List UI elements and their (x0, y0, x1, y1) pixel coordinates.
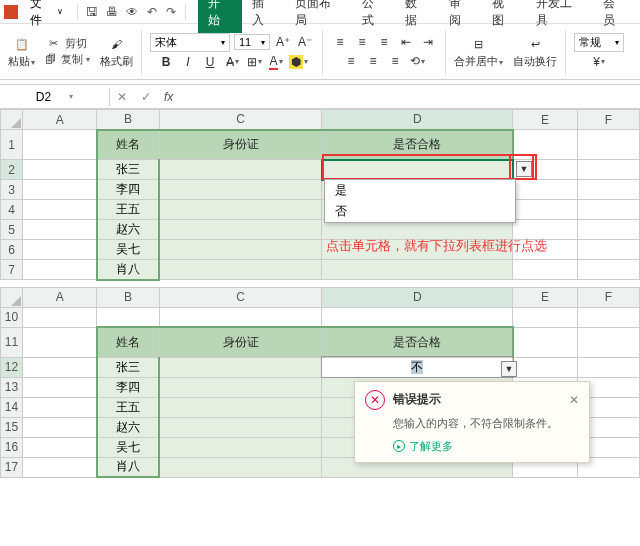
font-name-select[interactable]: 宋体▾ (150, 33, 230, 52)
col-F[interactable]: F (577, 287, 639, 307)
align-left-icon[interactable]: ≡ (342, 52, 360, 70)
error-title: 错误提示 (393, 391, 441, 408)
tab-review[interactable]: 审阅 (439, 0, 482, 33)
paste-button[interactable]: 📋粘贴 (4, 32, 39, 71)
col-E[interactable]: E (513, 110, 577, 130)
error-popup: ✕ 错误提示 ✕ 您输入的内容，不符合限制条件。 ▸了解更多 (354, 381, 590, 463)
confirm-icon[interactable]: ✓ (134, 90, 158, 104)
align-center-icon[interactable]: ≡ (364, 52, 382, 70)
cancel-icon[interactable]: ✕ (110, 90, 134, 104)
italic-button[interactable]: I (179, 53, 197, 71)
learn-more-link[interactable]: ▸了解更多 (365, 439, 579, 454)
col-B[interactable]: B (97, 110, 159, 130)
fx-icon[interactable]: fx (158, 90, 179, 104)
inc-font-icon[interactable]: A⁺ (274, 33, 292, 51)
cell-D2[interactable] (322, 160, 513, 180)
format-painter[interactable]: 🖌格式刷 (96, 32, 137, 71)
close-icon[interactable]: ✕ (569, 393, 579, 407)
ribbon-tabs: 开始 插入 页面布局 公式 数据 审阅 视图 开发工具 会员 (192, 0, 636, 25)
number-format[interactable]: 常规▾ (574, 33, 624, 52)
app-logo (4, 5, 18, 19)
col-D[interactable]: D (322, 287, 513, 307)
col-C[interactable]: C (159, 287, 322, 307)
annotation-1: 点击单元格，就有下拉列表框进行点选 (326, 237, 547, 255)
tab-data[interactable]: 数据 (395, 0, 438, 33)
strike-button[interactable]: A̶ (223, 53, 241, 71)
fill-color-button[interactable]: ⬢ (289, 53, 307, 71)
row-7[interactable]: 7 (1, 260, 23, 280)
border-button[interactable]: ⊞ (245, 53, 263, 71)
tab-insert[interactable]: 插入 (242, 0, 285, 33)
dd-option-yes[interactable]: 是 (325, 180, 515, 201)
formula-bar: D2 ✕ ✓ fx (0, 85, 640, 109)
align-mid-icon[interactable]: ≡ (353, 33, 371, 51)
col-A[interactable]: A (23, 110, 97, 130)
tab-dev[interactable]: 开发工具 (526, 0, 593, 33)
col-E[interactable]: E (513, 287, 577, 307)
indent-inc-icon[interactable]: ⇥ (419, 33, 437, 51)
sheet-view-1: ABCDEF 1姓名身份证是否合格 2张三 3李四 4王五 5赵六 6吴七 7肖… (0, 109, 640, 281)
align-top-icon[interactable]: ≡ (331, 33, 349, 51)
tab-home[interactable]: 开始 (198, 0, 241, 33)
name-box[interactable]: D2 (0, 88, 110, 106)
col-A[interactable]: A (23, 287, 97, 307)
copy-button[interactable]: 🗐复制 (45, 52, 90, 67)
col-D[interactable]: D (322, 110, 513, 130)
col-B[interactable]: B (97, 287, 159, 307)
cut-button[interactable]: ✂剪切 (49, 36, 87, 51)
tab-member[interactable]: 会员 (593, 0, 636, 33)
merge-button[interactable]: ⊟合并居中 (450, 32, 507, 71)
font-color-button[interactable]: A (267, 53, 285, 71)
title-bar: 文件∨ 🖫 🖶 👁 ↶ ↷ 开始 插入 页面布局 公式 数据 审阅 视图 开发工… (0, 0, 640, 24)
print-icon[interactable]: 🖶 (104, 4, 120, 20)
orientation-icon[interactable]: ⟲ (408, 52, 426, 70)
row-1[interactable]: 1 (1, 130, 23, 160)
tab-layout[interactable]: 页面布局 (285, 0, 352, 33)
file-menu[interactable]: 文件∨ (22, 0, 72, 31)
align-bot-icon[interactable]: ≡ (375, 33, 393, 51)
dec-font-icon[interactable]: A⁻ (296, 33, 314, 51)
tab-formula[interactable]: 公式 (352, 0, 395, 33)
row-5[interactable]: 5 (1, 220, 23, 240)
dropdown-button-2[interactable]: ▼ (501, 361, 517, 377)
indent-dec-icon[interactable]: ⇤ (397, 33, 415, 51)
wrap-button[interactable]: ↩自动换行 (509, 32, 561, 71)
sheet-view-2: ABCDEF 10 11姓名身份证是否合格 12张三不 13李四 14王五 15… (0, 287, 640, 479)
dropdown-list: 是 否 (324, 179, 516, 223)
redo-icon[interactable]: ↷ (163, 4, 179, 20)
dd-option-no[interactable]: 否 (325, 201, 515, 222)
align-right-icon[interactable]: ≡ (386, 52, 404, 70)
col-C[interactable]: C (159, 110, 322, 130)
row-4[interactable]: 4 (1, 200, 23, 220)
col-F[interactable]: F (577, 110, 639, 130)
underline-button[interactable]: U (201, 53, 219, 71)
save-icon[interactable]: 🖫 (84, 4, 100, 20)
currency-icon[interactable]: ¥ (590, 53, 608, 71)
error-message: 您输入的内容，不符合限制条件。 (365, 410, 579, 439)
error-icon: ✕ (365, 390, 385, 410)
tab-view[interactable]: 视图 (482, 0, 525, 33)
row-2[interactable]: 2 (1, 160, 23, 180)
cell-D12[interactable]: 不 (322, 357, 513, 377)
row-6[interactable]: 6 (1, 240, 23, 260)
row-3[interactable]: 3 (1, 180, 23, 200)
undo-icon[interactable]: ↶ (144, 4, 160, 20)
font-size-select[interactable]: 11▾ (234, 34, 270, 50)
preview-icon[interactable]: 👁 (124, 4, 140, 20)
bold-button[interactable]: B (157, 53, 175, 71)
dropdown-button[interactable]: ▼ (516, 161, 532, 177)
